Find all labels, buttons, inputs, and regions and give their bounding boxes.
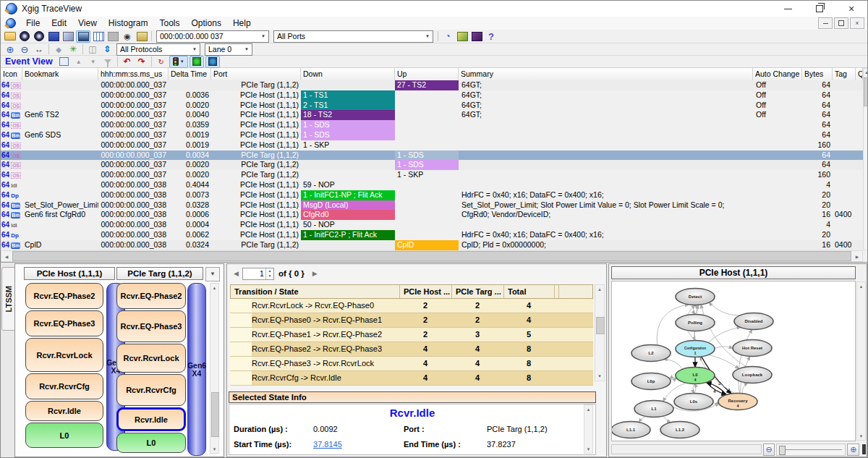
diagram-node-polling[interactable]: Polling (676, 315, 715, 331)
transition-row[interactable]: Rcvr.EQ-Phase0 -> Rcvr.EQ-Phase1224 (230, 313, 593, 328)
table-row[interactable]: 64OS000:00:00.000_0370.0359PCIe Host (1,… (1, 120, 863, 130)
mdi-minimize-button[interactable] (818, 17, 833, 29)
column-header-bytes[interactable]: Bytes (802, 68, 833, 80)
fit-width-icon[interactable] (33, 44, 46, 55)
transition-row[interactable]: Rcvr.EQ-Phase1 -> Rcvr.EQ-Phase2235 (230, 328, 593, 342)
table-row[interactable]: 64OS000:00:00.000_0370.0020PCIe Targ (1,… (1, 160, 863, 170)
close-button[interactable]: × (835, 1, 867, 17)
diagram-scrollbar[interactable]: ▲ ▼ (856, 281, 866, 441)
diagram-node-l0p[interactable]: L0p (631, 373, 671, 390)
scroll-up-icon[interactable]: ▲ (584, 405, 592, 413)
scroll-down-icon[interactable]: ▼ (210, 445, 218, 453)
spinner-arrows[interactable]: ▲▼ (265, 268, 273, 279)
minimize-button[interactable] (772, 1, 804, 17)
ltssm-state-rcvr-idle[interactable]: Rcvr.Idle (116, 407, 186, 431)
scroll-left-icon[interactable]: ◀ (1, 251, 12, 261)
repeat-icon[interactable] (155, 56, 168, 67)
cd-capture-icon[interactable] (33, 31, 46, 42)
column-header-delta-time[interactable]: Delta Time (169, 68, 211, 80)
tab-ltssm[interactable]: LTSSM (1, 267, 15, 331)
scrollbar-thumb[interactable] (864, 77, 868, 106)
ltssm-port-button[interactable]: PCIe Host (1,1,1) (24, 267, 115, 280)
nav-next-icon[interactable]: ▶ (309, 270, 321, 277)
column-header-hhh-mm-ss-ms-us[interactable]: hhh:mm:ss.ms_us (98, 68, 169, 80)
ltssm-port-button[interactable]: PCIe Targ (1,1,2) (116, 267, 203, 280)
column-header-auto-change[interactable]: Auto Change (753, 68, 802, 80)
tag-icon[interactable] (52, 44, 65, 55)
ltssm-scrollbar[interactable]: ▲ ▼ (210, 283, 219, 454)
expert-icon[interactable] (456, 31, 469, 42)
info-scrollbar[interactable]: ▲ ▼ (584, 404, 593, 454)
diagram-node-recovery[interactable]: Recovery4 (718, 394, 757, 410)
transition-row[interactable]: Rcvr.EQ-Phase3 -> Rcvr.RcvrLock448 (230, 357, 593, 371)
chart-icon[interactable] (135, 31, 148, 42)
grid-view-icon[interactable] (92, 31, 105, 42)
transition-column-1[interactable]: PCIe Host ... (400, 285, 452, 298)
next-event-icon[interactable] (87, 56, 100, 67)
cd-trace-icon[interactable] (18, 31, 31, 42)
menu-item-options[interactable]: Options (186, 18, 227, 28)
diagram-horizontal-scrollbar[interactable] (611, 444, 762, 454)
save-icon[interactable] (47, 31, 60, 42)
transition-column-3[interactable]: Total (504, 285, 555, 298)
ltssm-state-l0[interactable]: L0 (25, 423, 103, 448)
menu-item-edit[interactable]: Edit (46, 18, 72, 28)
menu-item-file[interactable]: File (20, 18, 46, 28)
table-row[interactable]: 64OS000:00:00.000_0370.0019PCIe Host (1,… (1, 140, 863, 150)
mdi-close-button[interactable]: × (850, 17, 864, 29)
clock-icon[interactable] (121, 31, 134, 42)
filter-icon[interactable] (101, 56, 114, 67)
table-row[interactable]: 64OS000:00:00.000_0370.0020PCIe Host (1,… (1, 101, 863, 111)
ltssm-state-rcvr-eq-phase2[interactable]: Rcvr.EQ-Phase2 (25, 283, 103, 309)
lane-combobox[interactable]: Lane 0 ▼ (205, 43, 252, 56)
marker-blue-icon[interactable] (205, 56, 220, 68)
transition-column-2[interactable]: PCIe Targ ... (452, 285, 504, 298)
diagram-node-l0s[interactable]: L0s (674, 394, 713, 410)
ltssm-state-l0[interactable]: L0 (116, 433, 186, 453)
menu-item-view[interactable]: View (72, 18, 103, 28)
transition-scrollbar[interactable]: ▲ ▼ (595, 284, 605, 381)
zoom-out-icon[interactable] (18, 44, 31, 55)
table-row[interactable]: 64OS000:00:00.000_0370.0020PCIe Targ (1,… (1, 170, 863, 180)
protocols-combobox[interactable]: All Protocols ▼ (116, 43, 200, 56)
select-tool-icon[interactable] (58, 56, 71, 67)
diagram-node-l12[interactable]: L1.2 (660, 422, 699, 438)
column-header-up[interactable]: Up (395, 68, 459, 80)
column-header-tag[interactable]: Tag (833, 68, 856, 80)
page-spinbox[interactable]: 1 ▲▼ (242, 268, 274, 280)
diagram-node-configuration[interactable]: Configuration1 (676, 341, 715, 357)
scroll-up-icon[interactable]: ▲ (857, 282, 865, 290)
table-row[interactable]: 64BmGen6 SDS000:00:00.000_0370.0019PCIe … (1, 130, 863, 140)
scroll-down-icon[interactable]: ▼ (584, 445, 592, 453)
scroll-up-icon[interactable]: ▲ (864, 69, 868, 76)
zoom-in-icon[interactable] (4, 44, 17, 55)
prev-event-icon[interactable] (72, 56, 85, 67)
trace-table-header[interactable]: IconBookmarkhhh:mm:ss.ms_usDelta TimePor… (1, 68, 863, 81)
traffic-light-icon[interactable]: ▼ (169, 56, 188, 68)
diagram-node-hotreset[interactable]: Hot Reset (733, 340, 772, 357)
diagram-zoom-out-icon[interactable]: ⊖ (763, 444, 775, 456)
ltssm-state-rcvr-idle[interactable]: Rcvr.Idle (25, 401, 103, 421)
redo-jump-icon[interactable] (135, 56, 148, 67)
column-header-summary[interactable]: Summary (459, 68, 753, 80)
menu-item-tools[interactable]: Tools (154, 18, 186, 28)
ltssm-port-dropdown[interactable]: ▼ (205, 267, 220, 281)
ltssm-state-rcvr-rcvrcfg[interactable]: Rcvr.RcvrCfg (25, 373, 103, 399)
diagram-node-l0[interactable]: L04 (676, 368, 715, 384)
ltssm-state-rcvr-eq-phase2[interactable]: Rcvr.EQ-Phase2 (116, 283, 186, 309)
table-row[interactable]: 64OS000:00:00.000_0370.0036PCIe Host (1,… (1, 90, 863, 101)
search-icon[interactable] (86, 44, 99, 55)
column-header-down[interactable]: Down (301, 68, 395, 80)
undo-jump-icon[interactable] (121, 56, 134, 67)
diagram-node-l11[interactable]: L1.1 (612, 422, 650, 438)
state-diagram-canvas[interactable]: 134DetectPollingDisabledConfiguration1Ho… (611, 281, 856, 441)
ltssm-state-rcvr-eq-phase3[interactable]: Rcvr.EQ-Phase3 (116, 310, 186, 342)
trigger-clock-icon[interactable] (441, 31, 454, 42)
scroll-up-icon[interactable]: ▲ (595, 285, 604, 294)
stop-icon[interactable] (106, 31, 119, 42)
table-row[interactable]: 64BmCplD000:00:00.000_0380.0324PCIe Targ… (1, 240, 863, 250)
table-row[interactable]: 64Idl000:00:00.000_0380.0004PCIe Host (1… (1, 220, 863, 230)
panel-resize-handle[interactable] (862, 444, 866, 454)
column-header-bookmark[interactable]: Bookmark (22, 68, 98, 80)
scroll-down-icon[interactable]: ▼ (595, 372, 604, 381)
